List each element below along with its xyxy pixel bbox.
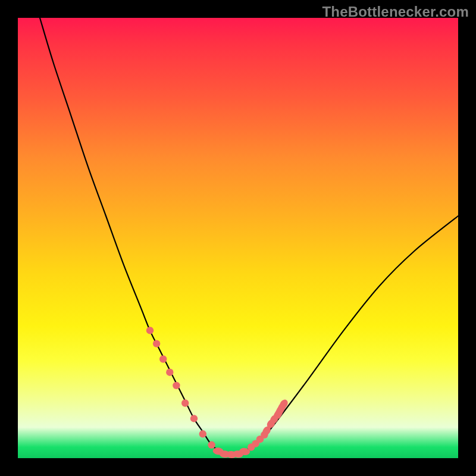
curve-marker [190, 415, 198, 422]
chart-frame: TheBottlenecker.com [0, 0, 476, 476]
curve-marker [208, 441, 215, 449]
curve-marker [173, 382, 180, 389]
curve-marker [159, 355, 167, 362]
curve-marker [153, 340, 160, 347]
curve-marker [199, 430, 206, 437]
curve-marker [181, 399, 189, 406]
curve-marker [166, 369, 173, 376]
curve-svg [18, 18, 458, 458]
plot-area [18, 18, 458, 458]
bottleneck-curve [40, 18, 458, 455]
curve-markers [146, 327, 290, 459]
curve-marker [146, 327, 154, 334]
